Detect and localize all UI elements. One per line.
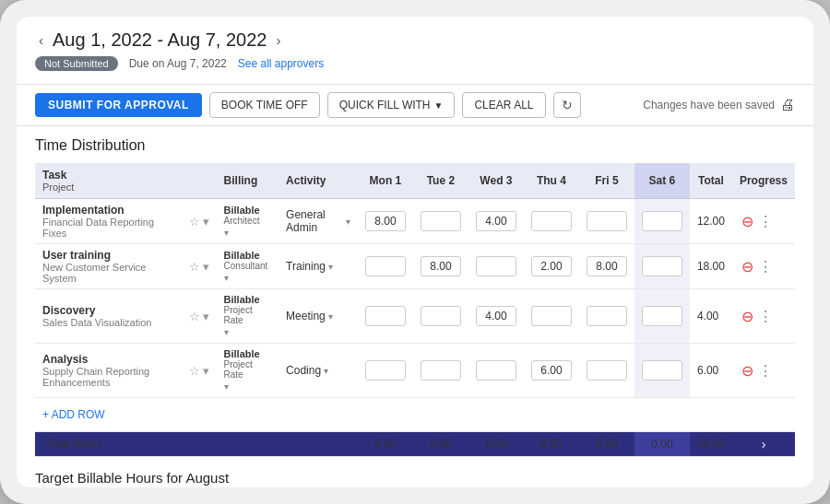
due-date-text: Due on Aug 7, 2022 xyxy=(129,57,227,70)
fri-input[interactable] xyxy=(587,360,627,381)
billing-cell: Billable Project Rate ▾ xyxy=(217,344,279,398)
more-options-button[interactable]: ⋮ xyxy=(758,214,773,229)
fri-cell xyxy=(579,199,634,244)
activity-dropdown-icon[interactable]: ▾ xyxy=(324,366,328,376)
star-icon[interactable]: ☆ xyxy=(189,260,200,274)
task-icons-cell: ☆ ▾ xyxy=(182,199,217,244)
refresh-button[interactable]: ↻ xyxy=(553,92,581,118)
total-cell: 6.00 xyxy=(690,344,732,398)
thu-input[interactable] xyxy=(531,256,572,276)
row-options-icon[interactable]: ▾ xyxy=(203,310,209,323)
remove-row-button[interactable]: ⊖ xyxy=(740,361,755,381)
mon-input[interactable] xyxy=(365,211,406,231)
wed-input[interactable] xyxy=(476,211,516,231)
thu-input[interactable] xyxy=(531,306,572,326)
quick-fill-button[interactable]: QUICK FILL WITH ▼ xyxy=(327,92,456,118)
total-hours-row: Total Hours 8.00 8.00 8.00 8.00 8.00 0.0… xyxy=(35,432,795,457)
status-row: Not Submitted Due on Aug 7, 2022 See all… xyxy=(35,56,795,71)
progress-cell: ⊖ ⋮ xyxy=(732,344,795,398)
progress-cell: ⊖ ⋮ xyxy=(732,199,795,244)
thu-cell xyxy=(524,199,579,244)
thu-cell xyxy=(524,344,579,398)
task-icons-cell: ☆ ▾ xyxy=(182,289,217,344)
task-name-cell: Analysis Supply Chain Reporting Enhancem… xyxy=(35,344,182,398)
tue-cell xyxy=(413,244,468,289)
remove-row-button[interactable]: ⊖ xyxy=(740,212,755,231)
mon-input[interactable] xyxy=(365,256,406,276)
activity-cell: Coding ▾ xyxy=(279,344,358,398)
remove-row-button[interactable]: ⊖ xyxy=(740,307,755,326)
thu-input[interactable] xyxy=(531,360,572,381)
progress-cell: ⊖ ⋮ xyxy=(732,244,795,289)
tue-cell xyxy=(413,344,468,398)
sat-input[interactable] xyxy=(642,211,682,231)
header-tue: Tue 2 xyxy=(413,163,468,199)
tue-input[interactable] xyxy=(421,256,461,276)
header-activity: Activity xyxy=(279,163,358,199)
section-title: Time Distribution xyxy=(35,137,795,154)
sat-input[interactable] xyxy=(642,256,682,276)
more-options-button[interactable]: ⋮ xyxy=(758,309,773,324)
mon-input[interactable] xyxy=(365,360,406,381)
wed-input[interactable] xyxy=(476,256,516,276)
more-options-button[interactable]: ⋮ xyxy=(758,363,773,379)
time-distribution-table: Task Project Billing Activity Mon 1 Tue … xyxy=(35,163,795,457)
billing-dropdown-icon[interactable]: ▾ xyxy=(224,327,229,337)
thu-input[interactable] xyxy=(531,211,572,231)
tue-cell xyxy=(413,289,468,344)
row-options-icon[interactable]: ▾ xyxy=(203,260,209,274)
scroll-right-icon[interactable]: › xyxy=(762,437,766,451)
mon-cell xyxy=(358,244,413,289)
book-time-off-button[interactable]: BOOK TIME OFF xyxy=(209,92,320,118)
star-icon[interactable]: ☆ xyxy=(189,364,200,378)
next-week-button[interactable]: › xyxy=(272,30,284,50)
billing-dropdown-icon[interactable]: ▾ xyxy=(224,381,229,392)
see-approvers-link[interactable]: See all approvers xyxy=(238,57,324,70)
total-cell: 12.00 xyxy=(690,199,732,244)
billing-dropdown-icon[interactable]: ▾ xyxy=(224,228,229,238)
activity-dropdown-icon[interactable]: ▾ xyxy=(346,217,350,227)
more-options-button[interactable]: ⋮ xyxy=(758,259,773,275)
task-icons-cell: ☆ ▾ xyxy=(182,244,217,289)
wed-input[interactable] xyxy=(476,360,516,381)
fri-cell xyxy=(579,344,634,398)
header: ‹ Aug 1, 2022 - Aug 7, 2022 › Not Submit… xyxy=(17,17,813,85)
thu-cell xyxy=(524,244,579,289)
submit-for-approval-button[interactable]: SUBMIT FOR APPROVAL xyxy=(35,93,202,117)
row-options-icon[interactable]: ▾ xyxy=(203,215,209,229)
mon-input[interactable] xyxy=(365,306,406,326)
fri-input[interactable] xyxy=(587,256,627,276)
fri-input[interactable] xyxy=(587,211,627,231)
main-content: Time Distribution Task Project Billing A… xyxy=(17,126,813,487)
print-icon[interactable]: 🖨 xyxy=(780,97,795,113)
wed-cell xyxy=(468,244,524,289)
header-wed: Wed 3 xyxy=(468,163,524,199)
add-row-link[interactable]: + ADD ROW xyxy=(42,403,105,427)
activity-dropdown-icon[interactable]: ▾ xyxy=(328,311,333,322)
tue-input[interactable] xyxy=(421,211,461,231)
activity-dropdown-icon[interactable]: ▾ xyxy=(328,262,333,272)
tue-input[interactable] xyxy=(421,360,461,381)
task-icons-cell: ☆ ▾ xyxy=(182,344,217,398)
remove-row-button[interactable]: ⊖ xyxy=(740,257,755,276)
row-options-icon[interactable]: ▾ xyxy=(203,364,209,378)
sat-cell xyxy=(634,289,690,344)
star-icon[interactable]: ☆ xyxy=(189,310,200,323)
star-icon[interactable]: ☆ xyxy=(189,215,200,229)
billing-dropdown-icon[interactable]: ▾ xyxy=(224,273,229,283)
clear-all-button[interactable]: CLEAR ALL xyxy=(462,92,545,118)
progress-cell: ⊖ ⋮ xyxy=(732,289,795,344)
prev-week-button[interactable]: ‹ xyxy=(35,30,47,50)
wed-cell xyxy=(468,199,524,244)
tue-input[interactable] xyxy=(421,306,461,326)
sat-input[interactable] xyxy=(642,306,682,326)
sat-input[interactable] xyxy=(642,360,682,381)
activity-cell: General Admin ▾ xyxy=(279,199,358,244)
header-progress: Progress xyxy=(732,163,795,199)
fri-input[interactable] xyxy=(587,306,627,326)
mon-cell xyxy=(358,199,413,244)
billing-cell: Billable Project Rate ▾ xyxy=(217,289,279,344)
wed-input[interactable] xyxy=(476,306,516,326)
sat-cell xyxy=(634,244,690,289)
screen: ‹ Aug 1, 2022 - Aug 7, 2022 › Not Submit… xyxy=(17,17,813,487)
